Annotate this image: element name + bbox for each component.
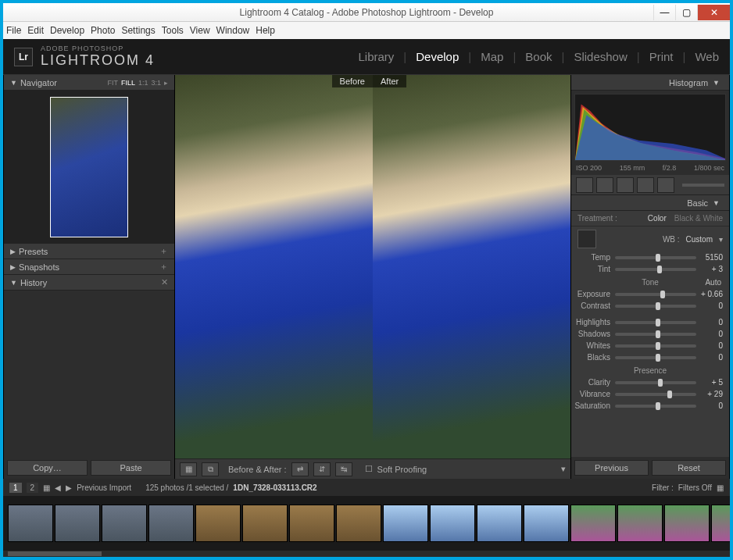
- saturation-slider[interactable]: Saturation0: [571, 400, 729, 412]
- filmstrip[interactable]: [3, 496, 730, 551]
- filmstrip-scrollbar[interactable]: [3, 551, 730, 557]
- histogram[interactable]: [574, 94, 726, 161]
- film-thumb[interactable]: [524, 505, 569, 542]
- auto-button[interactable]: Auto: [705, 278, 721, 287]
- previous-button[interactable]: Previous: [574, 460, 649, 476]
- brush-tool-icon[interactable]: [657, 177, 674, 193]
- soft-proofing-label[interactable]: Soft Proofing: [377, 465, 427, 474]
- tool-slider[interactable]: [682, 184, 724, 187]
- spot-tool-icon[interactable]: [596, 177, 613, 193]
- screen-indicator[interactable]: 1: [9, 483, 22, 493]
- film-thumb[interactable]: [148, 505, 194, 542]
- film-thumb[interactable]: [477, 505, 522, 542]
- treatment-row: Treatment : Color Black & White: [571, 211, 729, 226]
- tint-slider[interactable]: Tint+ 3: [571, 263, 729, 275]
- wb-dropdown-icon[interactable]: ▾: [719, 235, 723, 244]
- film-thumb[interactable]: [570, 505, 616, 542]
- film-thumb[interactable]: [55, 505, 100, 542]
- clarity-slider[interactable]: Clarity+ 5: [571, 376, 729, 388]
- chevron-right-icon: ▶: [10, 263, 16, 271]
- module-develop[interactable]: Develop: [416, 50, 459, 63]
- ba-left-right-icon[interactable]: ⇄: [291, 462, 309, 476]
- module-print[interactable]: Print: [649, 50, 674, 63]
- nav-1to1[interactable]: 1:1: [138, 79, 148, 87]
- reset-button[interactable]: Reset: [652, 460, 726, 476]
- snapshots-header[interactable]: ▶ Snapshots ＋: [4, 259, 174, 275]
- menu-help[interactable]: Help: [256, 25, 275, 36]
- maximize-button[interactable]: ▢: [675, 5, 697, 20]
- ba-swap-icon[interactable]: ↹: [335, 462, 352, 476]
- history-clear-icon[interactable]: ✕: [161, 277, 168, 287]
- film-thumb[interactable]: [664, 505, 710, 542]
- grid-icon[interactable]: ▦: [43, 483, 50, 492]
- module-map[interactable]: Map: [481, 50, 503, 63]
- treatment-bw[interactable]: Black & White: [674, 214, 723, 223]
- center-area: Before After ▦ ⧉ Before & After : ⇄ ⇵ ↹ …: [175, 75, 570, 479]
- minimize-button[interactable]: —: [653, 5, 675, 20]
- histogram-header[interactable]: Histogram ▼: [571, 75, 729, 91]
- nav-back-icon[interactable]: ◀: [55, 483, 61, 492]
- preview-area[interactable]: Before After: [175, 75, 570, 458]
- source-label[interactable]: Previous Import: [77, 483, 131, 492]
- film-thumb[interactable]: [8, 505, 53, 542]
- navigator-header[interactable]: ▼ Navigator FIT FILL 1:1 3:1 ▸: [4, 75, 174, 91]
- screen-indicator-2[interactable]: 2: [27, 483, 39, 493]
- crop-tool-icon[interactable]: [576, 177, 593, 193]
- menu-tools[interactable]: Tools: [162, 25, 184, 36]
- module-slideshow[interactable]: Slideshow: [574, 50, 627, 63]
- nav-fill[interactable]: FILL: [121, 79, 135, 87]
- snapshots-add-icon[interactable]: ＋: [159, 261, 168, 273]
- menu-photo[interactable]: Photo: [91, 25, 115, 36]
- highlights-slider[interactable]: Highlights0: [571, 316, 729, 328]
- menu-file[interactable]: File: [6, 25, 21, 36]
- navigator-preview[interactable]: [4, 91, 174, 244]
- filter-lock-icon[interactable]: ▦: [717, 483, 724, 492]
- nav-fwd-icon[interactable]: ▶: [66, 483, 72, 492]
- history-header[interactable]: ▼ History ✕: [4, 275, 174, 291]
- basic-header[interactable]: Basic ▼: [571, 195, 729, 211]
- redeye-tool-icon[interactable]: [617, 177, 634, 193]
- ba-top-bottom-icon[interactable]: ⇵: [313, 462, 331, 476]
- nav-zoom-menu[interactable]: ▸: [164, 79, 168, 87]
- presets-header[interactable]: ▶ Presets ＋: [4, 244, 174, 259]
- blacks-slider[interactable]: Blacks0: [571, 351, 729, 363]
- film-thumb[interactable]: [242, 505, 288, 542]
- whites-slider[interactable]: Whites0: [571, 340, 729, 351]
- meta-iso: ISO 200: [576, 164, 602, 175]
- film-thumb[interactable]: [289, 505, 334, 542]
- film-thumb[interactable]: [336, 505, 381, 542]
- shadows-slider[interactable]: Shadows0: [571, 328, 729, 340]
- paste-button[interactable]: Paste: [91, 460, 171, 476]
- copy-button[interactable]: Copy…: [7, 460, 88, 476]
- nav-3to1[interactable]: 3:1: [151, 79, 161, 87]
- contrast-slider[interactable]: Contrast0: [571, 300, 729, 312]
- menu-window[interactable]: Window: [216, 25, 250, 36]
- menu-settings[interactable]: Settings: [121, 25, 155, 36]
- wb-eyedropper-icon[interactable]: [577, 230, 596, 248]
- film-thumb[interactable]: [102, 505, 147, 542]
- treatment-color[interactable]: Color: [648, 214, 667, 223]
- module-web[interactable]: Web: [695, 50, 719, 63]
- film-thumb[interactable]: [383, 505, 428, 542]
- vibrance-slider[interactable]: Vibrance+ 29: [571, 388, 729, 400]
- film-thumb[interactable]: [430, 505, 475, 542]
- film-thumb[interactable]: [711, 505, 730, 542]
- compare-view-icon[interactable]: ⧉: [202, 462, 219, 476]
- loupe-view-icon[interactable]: ▦: [180, 462, 197, 476]
- menu-view[interactable]: View: [190, 25, 210, 36]
- film-thumb[interactable]: [195, 505, 241, 542]
- module-library[interactable]: Library: [358, 50, 394, 63]
- temp-slider[interactable]: Temp5150: [571, 251, 729, 263]
- wb-select[interactable]: Custom: [686, 235, 713, 244]
- presets-add-icon[interactable]: ＋: [159, 245, 168, 257]
- exposure-slider[interactable]: Exposure+ 0.66: [571, 288, 729, 300]
- toolbar-menu-icon[interactable]: ▾: [561, 464, 566, 474]
- grad-tool-icon[interactable]: [637, 177, 654, 193]
- menu-develop[interactable]: Develop: [50, 25, 84, 36]
- film-thumb[interactable]: [617, 505, 663, 542]
- filter-select[interactable]: Filters Off: [678, 483, 712, 492]
- close-button[interactable]: ✕: [697, 5, 730, 20]
- nav-fit[interactable]: FIT: [107, 79, 118, 87]
- menu-edit[interactable]: Edit: [27, 25, 44, 36]
- module-book[interactable]: Book: [525, 50, 552, 63]
